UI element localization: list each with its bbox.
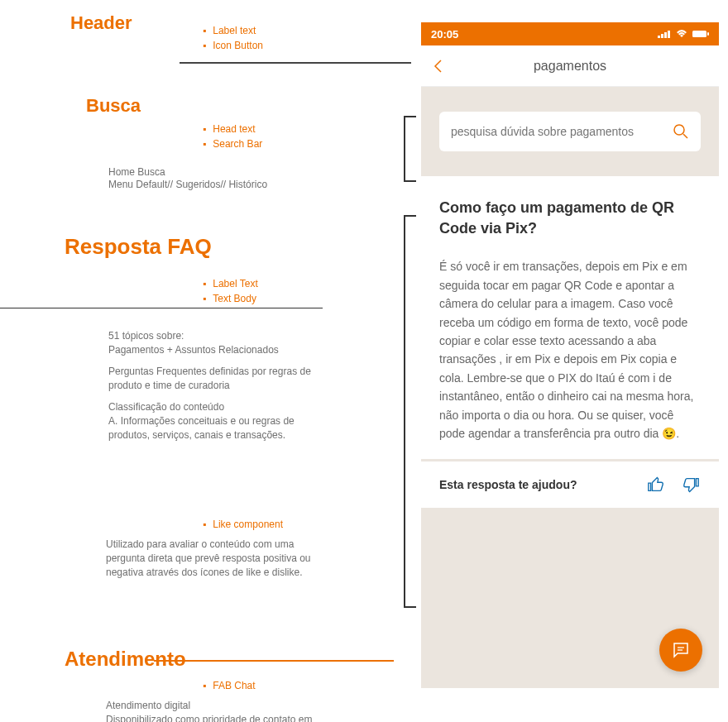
status-icons [658,30,709,38]
thumbs-down-button[interactable] [681,475,701,495]
wifi-icon [676,30,687,38]
section-resposta-title: Resposta FAQ [65,234,212,260]
divider [0,308,323,308]
thumbs-down-icon [682,476,700,494]
bullet-label-text-2: Label Text [203,278,258,289]
nav-bar: pagamentos [421,45,719,87]
annotation-panel: Header Label text Icon Button Busca Head… [0,0,397,722]
thumbs-group [646,475,701,495]
thumbs-up-button[interactable] [646,475,666,495]
search-box[interactable] [439,112,701,151]
divider [180,62,411,64]
bracket [404,215,416,608]
note-perguntas: Perguntas Frequentes definidas por regra… [108,365,323,393]
svg-rect-0 [658,36,660,38]
bullet-search-bar: Search Bar [203,138,262,150]
section-header-title: Header [70,12,132,34]
svg-line-7 [683,134,687,138]
thumbs-up-icon [647,476,665,494]
chevron-left-icon [433,59,443,74]
note-classificacao: Classificação do conteúdo A. Informações… [108,400,323,442]
section-atendimento-title: Atendimento [65,648,186,671]
bullet-label-text: Label text [203,25,256,36]
bracket [404,116,416,182]
fab-chat-button[interactable] [659,629,702,672]
chat-icon [671,640,691,660]
status-time: 20:05 [431,28,458,41]
status-bar: 20:05 [421,22,719,45]
svg-point-6 [674,125,684,135]
svg-rect-3 [668,31,670,38]
nav-title: pagamentos [421,59,719,74]
back-button[interactable] [421,50,454,83]
search-area [421,87,719,176]
note-topicos: 51 tópicos sobre: Pagamentos + Assuntos … [108,329,323,357]
bullet-text-body: Text Body [203,293,256,304]
search-icon [673,123,689,140]
connector-line [154,660,394,662]
bullet-head-text: Head text [203,123,256,135]
svg-rect-5 [707,32,709,36]
note-atendimento-desc: Atendimento digital Disponibilizado como… [106,699,321,722]
svg-rect-2 [664,32,667,38]
section-busca-title: Busca [86,95,141,117]
battery-icon [692,30,709,38]
svg-rect-1 [661,34,663,38]
note-like-desc: Utilizado para avaliar o conteúdo com um… [106,538,313,579]
bullet-like-component: Like component [203,519,283,530]
feedback-bar: Esta resposta te ajudou? [421,461,719,508]
search-input[interactable] [451,125,664,138]
bullet-fab-chat: FAB Chat [203,680,256,691]
faq-title: Como faço um pagamento de QR Code via Pi… [439,198,701,239]
note-menu-default: Menu Default// Sugeridos// Histórico [108,178,267,192]
bullet-icon-button: Icon Button [203,40,263,51]
feedback-question: Esta resposta te ajudou? [439,478,577,491]
faq-card: Como faço um pagamento de QR Code via Pi… [421,176,719,459]
signal-icon [658,30,671,38]
faq-body: É só você ir em transações, depois em Pi… [439,257,701,442]
phone-mockup: 20:05 pagamentos Como faço um pagamento … [421,22,719,688]
svg-rect-4 [692,31,706,37]
